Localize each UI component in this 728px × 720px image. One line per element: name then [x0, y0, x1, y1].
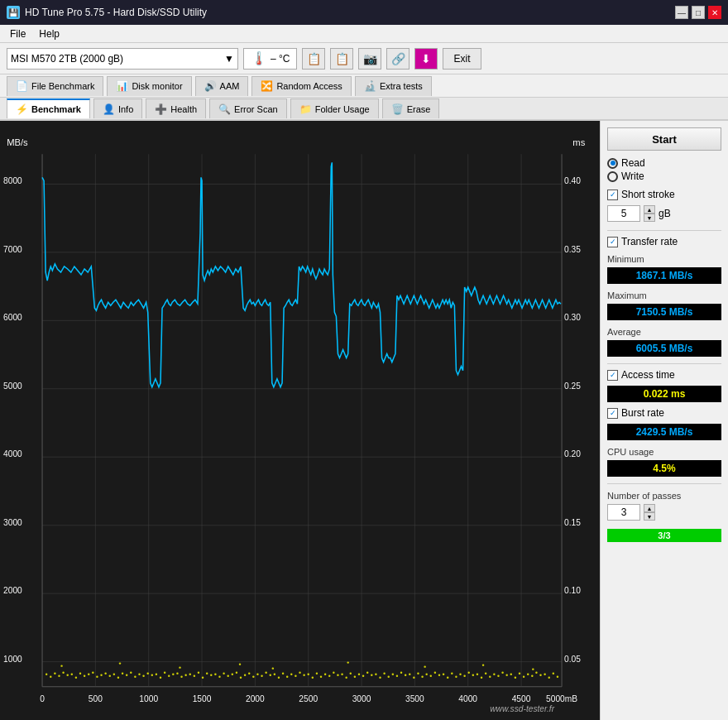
svg-point-112	[307, 673, 309, 674]
tab-benchmark[interactable]: ⚡ Benchmark	[7, 98, 90, 118]
tab-health[interactable]: ➕ Health	[146, 98, 206, 118]
svg-point-104	[274, 673, 275, 674]
menu-file[interactable]: File	[3, 26, 32, 41]
write-radio-button[interactable]	[607, 171, 618, 182]
svg-point-108	[290, 673, 292, 674]
svg-text:0.15: 0.15	[564, 518, 581, 527]
svg-rect-0	[0, 121, 600, 720]
minimize-button[interactable]: —	[675, 6, 688, 19]
svg-point-102	[265, 671, 266, 673]
svg-point-133	[396, 674, 398, 676]
svg-point-97	[244, 674, 246, 675]
title-bar: 💾 HD Tune Pro 5.75 - Hard Disk/SSD Utili…	[0, 0, 728, 25]
progress-container: 3/3	[607, 529, 721, 542]
tab-error-scan[interactable]: 🔍 Error Scan	[209, 98, 287, 118]
svg-text:5000mB: 5000mB	[546, 694, 577, 703]
svg-point-130	[383, 672, 385, 674]
burst-rate-checkbox[interactable]	[607, 408, 618, 419]
tab-aam[interactable]: 🔊 AAM	[195, 76, 249, 96]
start-button[interactable]: Start	[607, 127, 721, 151]
svg-point-176	[272, 667, 274, 669]
close-button[interactable]: ✕	[708, 6, 721, 19]
short-stroke-input[interactable]	[607, 205, 640, 222]
svg-point-146	[451, 672, 453, 674]
svg-point-66	[113, 673, 115, 674]
share-button[interactable]: 🔗	[386, 48, 410, 70]
copy-button[interactable]: 📋	[302, 48, 325, 70]
short-stroke-checkbox[interactable]	[607, 190, 618, 200]
download-button[interactable]: ⬇	[414, 48, 438, 70]
svg-text:2000: 2000	[3, 586, 22, 595]
svg-point-180	[532, 668, 534, 670]
transfer-rate-checkbox[interactable]	[607, 237, 618, 247]
tab-disk-monitor[interactable]: 📊 Disk monitor	[107, 76, 191, 96]
tab-random-access[interactable]: 🔀 Random Access	[251, 76, 351, 96]
svg-point-137	[413, 677, 414, 679]
access-time-checkbox[interactable]	[607, 370, 618, 381]
short-stroke-up[interactable]: ▲	[644, 205, 655, 214]
window-controls: — □ ✕	[675, 6, 721, 19]
passes-up[interactable]: ▲	[644, 504, 655, 512]
app-icon: 💾	[7, 6, 20, 19]
svg-text:500: 500	[89, 694, 103, 703]
svg-point-69	[126, 674, 127, 675]
svg-point-94	[232, 673, 233, 674]
screenshot-button[interactable]: 📷	[358, 48, 381, 70]
svg-point-96	[240, 677, 242, 679]
toolbar: MSI M570 2TB (2000 gB) ▼ 🌡️ – °C 📋 📋 📷 🔗…	[0, 43, 728, 74]
short-stroke-value-row: ▲ ▼ gB	[607, 205, 721, 222]
svg-point-65	[109, 674, 111, 676]
svg-point-54	[62, 671, 64, 673]
svg-point-141	[430, 674, 432, 676]
write-radio[interactable]: Write	[607, 170, 721, 182]
svg-point-171	[557, 676, 558, 678]
svg-point-147	[455, 676, 457, 678]
tab-folder-usage[interactable]: 📁 Folder Usage	[290, 98, 379, 118]
passes-spinner: ▲ ▼	[644, 504, 655, 521]
svg-point-87	[202, 677, 204, 679]
drive-selector[interactable]: MSI M570 2TB (2000 gB) ▼	[7, 48, 238, 70]
svg-point-168	[544, 673, 545, 674]
passes-down[interactable]: ▼	[644, 512, 655, 521]
read-radio-button[interactable]	[607, 158, 618, 169]
tab-erase[interactable]: 🗑️ Erase	[382, 98, 440, 118]
svg-point-125	[362, 674, 364, 676]
svg-point-92	[223, 672, 224, 674]
svg-point-67	[117, 677, 119, 679]
read-write-group: Read Write	[607, 157, 721, 182]
svg-text:2500: 2500	[299, 694, 318, 703]
menu-help[interactable]: Help	[32, 26, 66, 41]
tab-bar-bottom: ⚡ Benchmark 👤 Info ➕ Health 🔍 Error Scan…	[0, 98, 728, 121]
read-radio[interactable]: Read	[607, 157, 721, 169]
exit-button[interactable]: Exit	[443, 48, 481, 70]
svg-point-161	[515, 677, 516, 679]
short-stroke-row: Short stroke	[607, 189, 721, 200]
svg-text:3000: 3000	[352, 694, 371, 703]
short-stroke-down[interactable]: ▼	[644, 214, 655, 222]
passes-input[interactable]	[607, 504, 640, 521]
progress-label: 3/3	[658, 530, 670, 540]
temperature-display: 🌡️ – °C	[243, 48, 297, 70]
svg-point-68	[122, 672, 123, 674]
maximize-button[interactable]: □	[692, 6, 705, 19]
chart-area: MB/s 8000 7000 6000 5000 4000 3000 2000 …	[0, 121, 600, 720]
svg-text:0.05: 0.05	[564, 655, 581, 664]
tab-extra-tests[interactable]: 🔬 Extra tests	[355, 76, 432, 96]
svg-point-115	[320, 676, 322, 678]
svg-point-114	[316, 672, 318, 674]
svg-text:www.ssd-tester.fr: www.ssd-tester.fr	[490, 704, 554, 713]
burst-rate-value: 2429.5 MB/s	[607, 424, 721, 440]
svg-point-50	[46, 673, 47, 674]
tab-file-benchmark[interactable]: 📄 File Benchmark	[7, 76, 103, 96]
svg-point-101	[261, 674, 262, 676]
svg-point-153	[481, 677, 482, 679]
svg-point-60	[88, 673, 89, 674]
main-content: MB/s 8000 7000 6000 5000 4000 3000 2000 …	[0, 121, 728, 720]
svg-point-134	[400, 671, 402, 673]
svg-point-155	[489, 676, 491, 678]
svg-point-98	[248, 672, 250, 674]
svg-point-109	[295, 674, 296, 676]
tab-info[interactable]: 👤 Info	[93, 98, 142, 118]
svg-point-103	[270, 674, 271, 675]
copy2-button[interactable]: 📋	[330, 48, 353, 70]
